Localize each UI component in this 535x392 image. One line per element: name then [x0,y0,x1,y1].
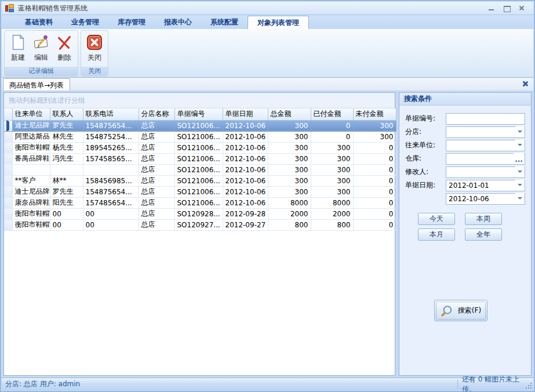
column-header-8[interactable]: 未付金额 [353,108,396,120]
table-cell[interactable]: 0 [353,186,396,197]
row-header[interactable] [4,208,12,219]
chevron-down-icon[interactable] [515,126,525,137]
table-cell[interactable]: 0 [311,120,353,131]
table-cell[interactable]: 迪士尼品牌... [12,186,50,197]
row-header[interactable] [4,120,12,131]
table-cell[interactable]: 0 [353,219,396,230]
table-cell[interactable]: 总店 [139,131,174,142]
table-cell[interactable]: 阿里达斯品... [12,131,50,142]
minimize-icon[interactable] [488,5,495,12]
table-cell[interactable]: 2000 [311,208,353,219]
table-cell[interactable]: 2012-10-06 [223,142,268,153]
table-cell[interactable]: 总店 [139,208,174,219]
table-cell[interactable]: SO121006... [174,153,223,164]
close-button[interactable]: 关闭 [83,32,105,67]
table-cell[interactable]: 157458565... [83,153,139,164]
column-header-1[interactable]: 联系人 [50,108,83,120]
resize-grip-icon[interactable] [525,382,532,389]
table-cell[interactable]: 300 [311,153,353,164]
table-cell[interactable]: 157485654... [83,197,139,208]
table-cell[interactable]: 00 [50,208,83,219]
ribbon-tab-4[interactable]: 系统配置 [201,16,248,29]
group-by-panel[interactable]: 拖动列标题到这进行分组 [4,93,395,108]
column-header-3[interactable]: 分店名称 [139,108,174,120]
table-row[interactable]: 衡阳市鞋帽...0000总店SO120927...2012-09-2780080… [4,219,396,230]
table-row[interactable]: 衡阳市鞋帽...杨先生189545265...总店SO121006...2012… [4,142,396,153]
edit-button[interactable]: 编辑 [30,32,52,67]
table-cell[interactable]: 300 [311,164,353,175]
table-cell[interactable]: 300 [268,164,311,175]
table-cell[interactable]: 8000 [268,197,311,208]
row-header[interactable] [4,142,12,153]
table-row[interactable]: 总店SO121006...2012-10-063003000 [4,164,396,175]
table-cell[interactable]: 158456985... [83,175,139,186]
table-cell[interactable]: 衡阳市鞋帽... [12,219,50,230]
table-cell[interactable]: 总店 [139,164,174,175]
table-cell[interactable]: 300 [311,175,353,186]
row-header[interactable] [4,131,12,142]
table-cell[interactable]: 番禺品牌鞋... [12,153,50,164]
table-cell[interactable] [83,164,139,175]
table-cell[interactable]: 衡阳市鞋帽... [12,142,50,153]
table-cell[interactable]: 154875254... [83,131,139,142]
ribbon-tab-1[interactable]: 业务管理 [62,16,108,29]
row-header[interactable] [4,186,12,197]
date-from-input[interactable] [446,180,525,191]
table-cell[interactable]: SO121006... [174,186,223,197]
table-cell[interactable]: 总店 [139,153,174,164]
table-row[interactable]: **客户林**158456985...总店SO121006...2012-10-… [4,175,396,186]
delete-button[interactable]: 删除 [53,32,75,67]
column-header-0[interactable]: 往来单位 [12,108,50,120]
table-cell[interactable]: 154875654... [83,120,139,131]
chevron-down-icon[interactable] [515,166,525,177]
this-month-button[interactable]: 本月 [418,228,455,241]
table-cell[interactable]: 300 [268,186,311,197]
table-cell[interactable]: 300 [268,120,311,131]
table-cell[interactable]: 0 [353,164,396,175]
column-header-6[interactable]: 总金额 [268,108,311,120]
table-cell[interactable]: 林先生 [50,131,83,142]
column-header-7[interactable]: 已付金额 [311,108,353,120]
modifier-input[interactable] [446,166,525,178]
table-cell[interactable]: 300 [268,175,311,186]
table-cell[interactable]: 2012-10-06 [223,120,268,131]
table-cell[interactable]: 300 [311,186,353,197]
table-cell[interactable]: SO120928... [174,208,223,219]
table-row[interactable]: 迪士尼品牌...罗先生154875654...总店SO121006...2012… [4,120,396,131]
table-cell[interactable]: 总店 [139,142,174,153]
table-cell[interactable]: 0 [353,208,396,219]
this-year-button[interactable]: 全年 [465,228,502,241]
table-cell[interactable]: 2012-10-06 [223,131,268,142]
branch-input[interactable] [446,126,525,138]
table-row[interactable]: 阿里达斯品...林先生154875254...总店SO121006...2012… [4,131,396,142]
table-cell[interactable]: 00 [50,219,83,230]
table-cell[interactable]: 8000 [311,197,353,208]
table-cell[interactable]: 总店 [139,219,174,230]
table-cell[interactable]: 300 [268,153,311,164]
table-row[interactable]: 迪士尼品牌...罗先生154875654...总店SO121006...2012… [4,186,396,197]
this-week-button[interactable]: 本周 [465,213,502,225]
maximize-icon[interactable] [503,5,510,12]
table-cell[interactable]: 总店 [139,197,174,208]
table-cell[interactable]: 300 [353,131,396,142]
table-cell[interactable]: 迪士尼品牌... [12,120,50,131]
table-cell[interactable]: 衡阳市鞋帽... [12,208,50,219]
today-button[interactable]: 今天 [418,213,455,225]
table-cell[interactable]: 0 [353,197,396,208]
table-cell[interactable]: 800 [268,219,311,230]
column-header-2[interactable]: 联系电话 [83,108,139,120]
table-cell[interactable]: 2012-10-06 [223,186,268,197]
close-icon[interactable] [518,5,525,12]
table-row[interactable]: 番禺品牌鞋...冯先生157458565...总店SO121006...2012… [4,153,396,164]
ellipsis-button[interactable] [514,153,524,164]
table-cell[interactable] [12,164,50,175]
row-header[interactable] [4,164,12,175]
table-cell[interactable]: 罗先生 [50,186,83,197]
table-cell[interactable]: 0 [353,175,396,186]
chevron-down-icon[interactable] [515,180,525,190]
table-cell[interactable]: 2012-09-28 [223,208,268,219]
table-cell[interactable]: 189545265... [83,142,139,153]
row-header[interactable] [4,197,12,208]
chevron-down-icon[interactable] [515,193,525,204]
table-cell[interactable]: 300 [268,142,311,153]
